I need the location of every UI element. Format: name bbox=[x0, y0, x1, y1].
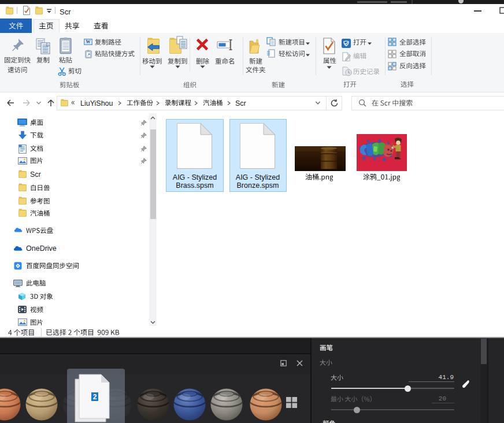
svg-text:W: W bbox=[86, 39, 91, 44]
